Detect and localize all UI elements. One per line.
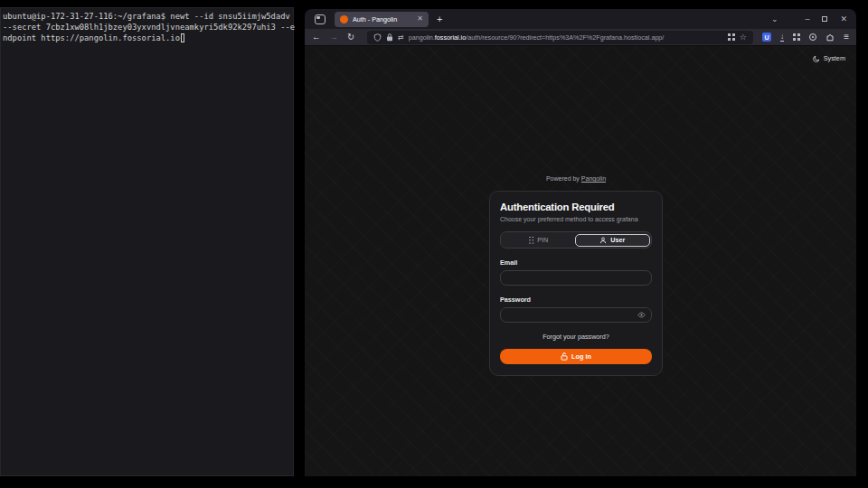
password-visibility-toggle[interactable]: [637, 311, 646, 319]
proxy-switch-icon[interactable]: ⇄: [398, 33, 404, 42]
card-title: Authentication Required: [500, 202, 652, 212]
browser-window: Auth - Pangolin ✕ + ⌄ – ✕ ← → ↻: [305, 9, 856, 476]
terminal-cursor: [181, 33, 185, 42]
reload-icon[interactable]: ↻: [347, 33, 354, 42]
theme-toggle-label: System: [824, 54, 845, 62]
terminal-window[interactable]: ubuntu@ip-172-31-27-116:~/grafana$ newt …: [0, 7, 294, 476]
puzzle-extension-icon[interactable]: [826, 33, 835, 42]
terminal-line: --secret 7cbz1xw08lh1jbzey03yxvndljvneam…: [3, 22, 291, 33]
tab-user[interactable]: User: [575, 234, 650, 247]
extension-icon-blue[interactable]: U: [762, 33, 771, 42]
toolbar-extensions: U ↓ ≡: [762, 33, 849, 42]
url-text: pangolin.fossorial.io/auth/resource/90?r…: [409, 33, 723, 42]
forgot-password-link[interactable]: Forgot your password?: [500, 333, 652, 341]
pin-keypad-icon: [529, 237, 533, 244]
close-button[interactable]: ✕: [840, 15, 847, 23]
pangolin-link[interactable]: Pangolin: [581, 175, 606, 182]
tab-list-chevron-icon[interactable]: ⌄: [771, 15, 778, 23]
minimize-button[interactable]: –: [805, 15, 809, 23]
auth-card: Authentication Required Choose your pref…: [489, 191, 663, 376]
browser-toolbar: ← → ↻ ⇄ pangolin.fossorial.io/auth/resou…: [305, 29, 856, 46]
card-subtitle: Choose your preferred method to access g…: [500, 216, 652, 222]
firefox-view-icon[interactable]: [315, 14, 326, 24]
theme-toggle[interactable]: System: [813, 54, 845, 62]
terminal-output: ubuntu@ip-172-31-27-116:~/grafana$ newt …: [1, 8, 293, 47]
tab-pin-label: PIN: [537, 236, 548, 244]
email-label: Email: [500, 258, 652, 267]
tab-bar: Auth - Pangolin ✕ + ⌄ – ✕: [305, 9, 856, 29]
lock-icon[interactable]: [386, 33, 393, 42]
terminal-line: ubuntu@ip-172-31-27-116:~/grafana$ newt …: [3, 11, 291, 22]
unlock-icon: [561, 352, 568, 361]
bookmark-star-icon[interactable]: ☆: [740, 33, 747, 42]
terminal-line: ndpoint https://pangolin.fossorial.io: [3, 33, 291, 43]
eye-icon: [637, 311, 646, 319]
powered-by: Powered by Pangolin: [489, 175, 663, 182]
tab-pin[interactable]: PIN: [503, 234, 576, 247]
moon-icon: [813, 55, 820, 62]
window-controls: ⌄ – ✕: [771, 15, 847, 23]
record-circle-icon[interactable]: [809, 33, 816, 41]
container-grid-icon[interactable]: [728, 33, 735, 41]
tab-close-icon[interactable]: ✕: [417, 15, 423, 23]
email-field[interactable]: [500, 270, 652, 286]
tracking-shield-icon[interactable]: [373, 33, 382, 42]
login-button[interactable]: Log in: [500, 349, 652, 364]
auth-method-toggle: PIN User: [500, 231, 652, 249]
password-field[interactable]: [500, 307, 652, 323]
back-icon[interactable]: ←: [312, 33, 321, 42]
apps-grid-icon[interactable]: [793, 33, 800, 41]
forward-icon[interactable]: →: [330, 33, 339, 42]
downloads-icon[interactable]: ↓: [780, 33, 784, 42]
desktop: ubuntu@ip-172-31-27-116:~/grafana$ newt …: [0, 0, 868, 488]
tab-title: Auth - Pangolin: [353, 15, 412, 23]
hamburger-menu-icon[interactable]: ≡: [844, 33, 849, 42]
login-button-label: Log in: [571, 352, 591, 361]
password-label: Password: [500, 296, 652, 304]
tab-user-label: User: [610, 236, 625, 244]
url-bar[interactable]: ⇄ pangolin.fossorial.io/auth/resource/90…: [367, 31, 753, 44]
browser-tab-active[interactable]: Auth - Pangolin ✕: [335, 12, 429, 27]
pangolin-favicon-icon: [340, 15, 348, 23]
user-icon: [599, 237, 607, 244]
maximize-button[interactable]: [822, 16, 827, 22]
new-tab-button[interactable]: +: [437, 14, 442, 24]
page-content: System Powered by Pangolin Authenticatio…: [305, 46, 856, 476]
